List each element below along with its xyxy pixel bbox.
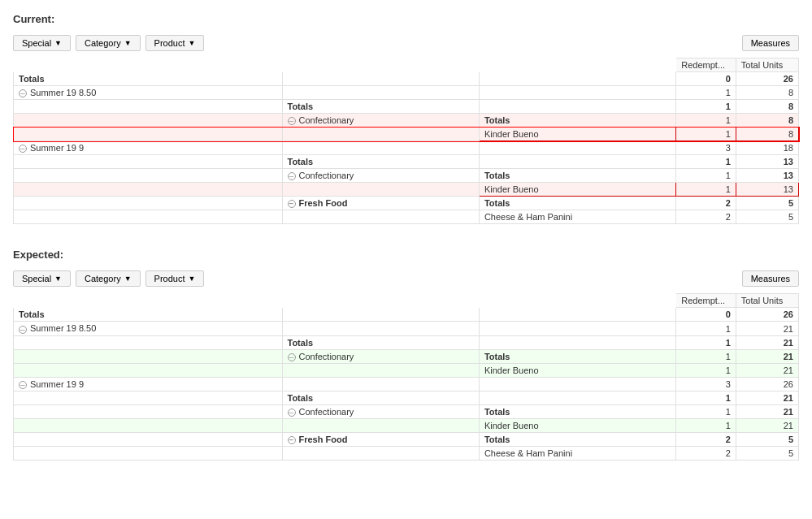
current-row-1-collapse-icon[interactable] [19,89,27,97]
expected-measures-button[interactable]: Measures [742,270,799,287]
expected-row-3-redempt: 1 [676,349,736,363]
expected-row-5-collapse-icon[interactable] [19,381,27,389]
expected-row-1-collapse-icon[interactable] [19,326,27,334]
current-row-1-special: Summer 19 8.50 [14,86,283,100]
expected-row-2: Totals 1 21 [14,335,799,349]
expected-row-10-category [282,446,479,460]
expected-row-5-special: Summer 19 9 [14,377,283,391]
current-row-4-product: Kinder Bueno [479,128,675,141]
current-row-7-collapse-icon[interactable] [288,172,296,180]
current-row-3-category: Confectionary [282,114,479,128]
expected-row-7-redempt: 1 [676,404,736,418]
expected-row-7: Confectionary Totals 1 21 [14,404,799,418]
expected-row-0-special: Totals [14,308,283,322]
current-row-5-collapse-icon[interactable] [19,145,27,153]
expected-row-8-category [282,418,479,432]
expected-row-0-redempt: 0 [676,308,736,322]
current-table: Redempt... Total Units Totals 0 26 Summe… [13,58,799,224]
expected-units-col-header: Total Units [736,294,798,308]
current-row-2-redempt: 1 [676,100,736,114]
current-row-7: Confectionary Totals 1 13 [14,169,799,183]
current-product-filter[interactable]: Product ▼ [145,35,205,51]
expected-row-5-category [282,377,479,391]
current-redempt-col-header: Redempt... [676,58,736,72]
current-row-10-product: Cheese & Ham Panini [479,210,675,224]
current-row-3-units: 8 [736,114,798,128]
expected-category-filter[interactable]: Category ▼ [76,270,141,287]
current-category-arrow: ▼ [124,39,132,47]
current-row-0-product [479,72,675,86]
current-special-label: Special [22,38,51,48]
current-row-5-redempt: 3 [676,141,736,155]
expected-row-9-product: Totals [479,432,675,446]
current-filter-bar: Special ▼ Category ▼ Product ▼ Measures [13,35,799,51]
current-category-label: Category [85,38,121,48]
expected-special-filter[interactable]: Special ▼ [13,270,71,287]
expected-row-0: Totals 0 26 [14,308,799,322]
expected-special-label: Special [22,274,51,283]
expected-row-5-product [479,377,675,391]
current-product-col-header [479,58,675,72]
current-row-7-units: 13 [736,169,798,183]
current-category-filter[interactable]: Category ▼ [76,35,141,51]
expected-row-7-collapse-icon[interactable] [288,409,296,417]
current-row-9-redempt: 2 [676,197,736,210]
expected-row-9-units: 5 [736,432,798,446]
current-row-8-special [14,183,283,197]
current-units-col-header: Total Units [736,58,798,72]
current-row-0-redempt: 0 [676,72,736,86]
current-row-2-special [14,100,283,114]
expected-row-9-collapse-icon[interactable] [288,436,296,444]
current-row-9-collapse-icon[interactable] [288,200,296,208]
current-row-6-special [14,155,283,169]
expected-row-8-redempt: 1 [676,418,736,432]
expected-row-8-product: Kinder Bueno [479,418,675,432]
expected-table: Redempt... Total Units Totals 0 26 Summe… [13,293,799,460]
current-row-10-category [282,210,479,224]
current-row-9-product: Totals [479,197,675,210]
expected-row-2-special [14,335,283,349]
current-category-col-header [282,58,479,72]
current-row-5-category [282,141,479,155]
expected-row-4: Kinder Bueno 1 21 [14,363,799,377]
expected-row-2-product [479,335,675,349]
expected-redempt-col-header: Redempt... [676,294,736,308]
expected-row-2-redempt: 1 [676,335,736,349]
current-row-2-product [479,100,675,114]
expected-row-6-category: Totals [282,391,479,404]
current-row-9: Fresh Food Totals 2 5 [14,197,799,210]
expected-row-3-product: Totals [479,349,675,363]
expected-row-4-redempt: 1 [676,363,736,377]
current-row-0-category [282,72,479,86]
current-special-filter[interactable]: Special ▼ [13,35,71,51]
current-title: Current: [13,13,799,25]
current-row-10-redempt: 2 [676,210,736,224]
current-row-10-units: 5 [736,210,798,224]
current-row-7-special [14,169,283,183]
current-row-1: Summer 19 8.50 1 8 [14,86,799,100]
current-product-arrow: ▼ [188,39,195,47]
expected-section: Expected: Special ▼ Category ▼ Product ▼… [13,249,799,460]
expected-row-3-special [14,349,283,363]
expected-row-10-units: 5 [736,446,798,460]
current-row-0-units: 26 [736,72,798,86]
expected-product-filter[interactable]: Product ▼ [145,270,205,287]
expected-special-arrow: ▼ [54,275,62,283]
current-row-9-units: 5 [736,197,798,210]
expected-col-header-row: Redempt... Total Units [14,294,799,308]
current-measures-button[interactable]: Measures [742,35,799,51]
expected-product-col-header [479,294,675,308]
expected-row-8-units: 21 [736,418,798,432]
current-row-6: Totals 1 13 [14,155,799,169]
current-row-10-special [14,210,283,224]
expected-row-7-category: Confectionary [282,404,479,418]
expected-category-label: Category [85,274,121,283]
current-row-3-special [14,114,283,128]
expected-row-6-product [479,391,675,404]
current-row-3-collapse-icon[interactable] [288,117,296,125]
expected-row-3-category: Confectionary [282,349,479,363]
expected-row-3-collapse-icon[interactable] [288,353,296,361]
current-row-3-product: Totals [479,114,675,128]
expected-row-6-redempt: 1 [676,391,736,404]
current-row-6-redempt: 1 [676,155,736,169]
